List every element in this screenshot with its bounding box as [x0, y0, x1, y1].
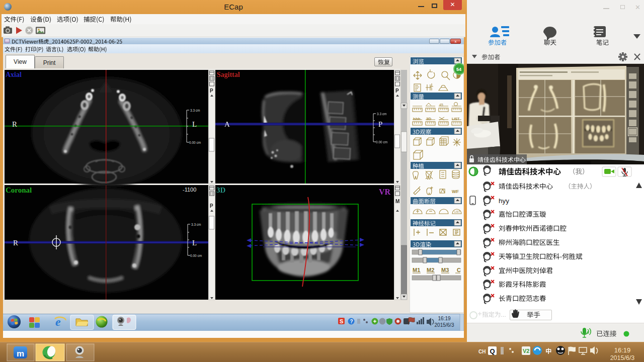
- svg-text:2015/6/3: 2015/6/3: [435, 322, 454, 328]
- svg-text:45: 45: [439, 103, 443, 107]
- svg-text:LIST: LIST: [454, 210, 460, 213]
- svg-text:0.00 cm: 0.00 cm: [189, 141, 201, 144]
- svg-text:hhh: hhh: [413, 117, 421, 121]
- svg-text:3.3 cm: 3.3 cm: [191, 223, 201, 226]
- svg-text:R: R: [13, 239, 18, 247]
- svg-text:L: L: [192, 239, 197, 247]
- svg-text:2015/6/3: 2015/6/3: [610, 354, 635, 361]
- svg-text:Sagittal: Sagittal: [217, 71, 240, 78]
- svg-text:M1: M1: [413, 267, 420, 273]
- svg-text:VR: VR: [379, 188, 391, 196]
- svg-text:CH: CH: [478, 349, 486, 354]
- svg-text:L: L: [192, 120, 197, 128]
- svg-text:Q: Q: [490, 347, 495, 355]
- svg-text:R: R: [12, 120, 17, 128]
- svg-text:3D: 3D: [216, 186, 226, 194]
- svg-text:3.3 cm: 3.3 cm: [377, 112, 387, 116]
- svg-text:P: P: [378, 120, 382, 128]
- svg-text:m: m: [17, 349, 24, 358]
- svg-text:WF: WF: [452, 189, 459, 194]
- svg-text:P: P: [210, 203, 213, 209]
- svg-text:M2: M2: [427, 267, 434, 273]
- svg-text:M: M: [395, 199, 399, 204]
- svg-text:3D: 3D: [426, 117, 431, 121]
- svg-text:V2: V2: [523, 348, 529, 354]
- svg-text:P: P: [395, 88, 399, 94]
- svg-text:A: A: [224, 120, 230, 128]
- svg-text:-1100: -1100: [183, 187, 196, 193]
- svg-text:P: P: [210, 88, 213, 94]
- svg-text:3.3 cm: 3.3 cm: [190, 109, 200, 112]
- svg-text:?: ?: [350, 319, 353, 324]
- svg-text:C: C: [457, 267, 461, 273]
- svg-text:M3: M3: [441, 267, 449, 273]
- svg-text:0.00 cm: 0.00 cm: [376, 140, 387, 144]
- svg-text:16:19: 16:19: [438, 316, 450, 321]
- svg-text:54: 54: [456, 67, 461, 72]
- svg-text:S: S: [340, 318, 343, 324]
- svg-text:LIST: LIST: [452, 117, 460, 121]
- svg-text:Coronal: Coronal: [6, 186, 32, 194]
- svg-text:16:19: 16:19: [614, 346, 631, 354]
- svg-text:0.00 cm: 0.00 cm: [190, 254, 202, 257]
- svg-text:Axial: Axial: [6, 71, 22, 78]
